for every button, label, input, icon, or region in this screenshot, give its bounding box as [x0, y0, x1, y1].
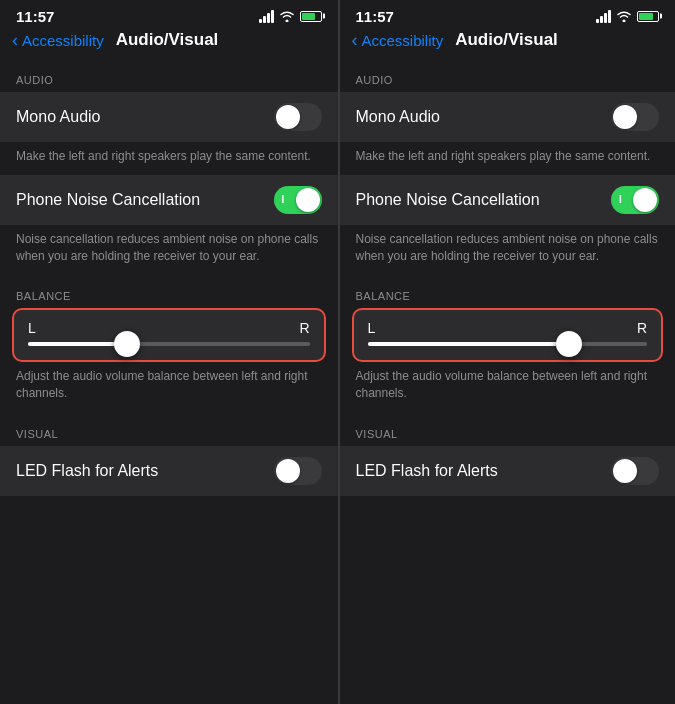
- content-right: AUDIO Mono Audio Make the left and right…: [340, 58, 676, 704]
- led-flash-label-right: LED Flash for Alerts: [356, 462, 498, 480]
- led-flash-toggle-right[interactable]: [611, 457, 659, 485]
- mono-audio-desc-left: Make the left and right speakers play th…: [0, 142, 338, 175]
- signal-icon-left: [259, 10, 274, 23]
- audio-section-header-left: AUDIO: [0, 58, 338, 92]
- mono-audio-label-right: Mono Audio: [356, 108, 441, 126]
- status-bar-right: 11:57: [340, 0, 676, 28]
- slider-fill-left-left: [28, 342, 127, 346]
- mono-audio-toggle-left[interactable]: [274, 103, 322, 131]
- status-time-left: 11:57: [16, 8, 54, 25]
- phone-noise-desc-right: Noise cancellation reduces ambient noise…: [340, 225, 676, 275]
- mono-audio-knob-right: [613, 105, 637, 129]
- slider-thumb-right[interactable]: [556, 331, 582, 357]
- visual-section-header-left: VISUAL: [0, 412, 338, 446]
- mono-audio-label-left: Mono Audio: [16, 108, 101, 126]
- balance-section-header-left: BALANCE: [0, 274, 338, 308]
- phone-noise-row-right[interactable]: Phone Noise Cancellation I: [340, 175, 676, 225]
- audio-section-header-right: AUDIO: [340, 58, 676, 92]
- back-button-right[interactable]: ‹ Accessibility: [352, 31, 444, 49]
- nav-bar-left: ‹ Accessibility Audio/Visual: [0, 28, 338, 58]
- led-flash-knob-left: [276, 459, 300, 483]
- balance-section-left: L R: [0, 308, 338, 362]
- balance-labels-left: L R: [28, 320, 310, 336]
- phone-panel-right: 11:57 ‹ Accessibility Audio/Visual: [338, 0, 676, 704]
- phone-noise-row-left[interactable]: Phone Noise Cancellation I: [0, 175, 338, 225]
- phone-noise-toggle-letter-right: I: [619, 194, 622, 205]
- signal-icon-right: [596, 10, 611, 23]
- led-flash-group-right: LED Flash for Alerts: [340, 446, 676, 496]
- phone-noise-label-left: Phone Noise Cancellation: [16, 191, 200, 209]
- balance-container-right: L R: [352, 308, 664, 362]
- wifi-icon-right: [616, 10, 632, 22]
- wifi-icon-left: [279, 10, 295, 22]
- slider-fill-left-right: [368, 342, 569, 346]
- balance-left-label-right: L: [368, 320, 376, 336]
- mono-audio-group-left: Mono Audio: [0, 92, 338, 142]
- phone-noise-group-left: Phone Noise Cancellation I: [0, 175, 338, 225]
- balance-slider-left[interactable]: [28, 342, 310, 346]
- status-icons-right: [596, 10, 659, 23]
- slider-fill-right-left: [127, 342, 310, 346]
- phone-noise-desc-left: Noise cancellation reduces ambient noise…: [0, 225, 338, 275]
- mono-audio-row-right[interactable]: Mono Audio: [340, 92, 676, 142]
- balance-desc-right: Adjust the audio volume balance between …: [340, 362, 676, 412]
- back-label-left: Accessibility: [22, 32, 104, 49]
- phone-noise-toggle-letter-left: I: [282, 194, 285, 205]
- mono-audio-toggle-right[interactable]: [611, 103, 659, 131]
- page-title-left: Audio/Visual: [116, 30, 219, 50]
- slider-thumb-left[interactable]: [114, 331, 140, 357]
- led-flash-toggle-left[interactable]: [274, 457, 322, 485]
- led-flash-group-left: LED Flash for Alerts: [0, 446, 338, 496]
- chevron-left-icon-right: ‹: [352, 31, 358, 49]
- battery-fill-right: [639, 13, 653, 20]
- back-label-right: Accessibility: [362, 32, 444, 49]
- status-bar-left: 11:57: [0, 0, 338, 28]
- phone-noise-toggle-left[interactable]: I: [274, 186, 322, 214]
- balance-right-label-right: R: [637, 320, 647, 336]
- phone-noise-group-right: Phone Noise Cancellation I: [340, 175, 676, 225]
- led-flash-label-left: LED Flash for Alerts: [16, 462, 158, 480]
- phone-noise-label-right: Phone Noise Cancellation: [356, 191, 540, 209]
- mono-audio-knob-left: [276, 105, 300, 129]
- page-title-right: Audio/Visual: [455, 30, 558, 50]
- balance-slider-right[interactable]: [368, 342, 648, 346]
- balance-right-label-left: R: [299, 320, 309, 336]
- chevron-left-icon-left: ‹: [12, 31, 18, 49]
- led-flash-knob-right: [613, 459, 637, 483]
- phone-panel-left: 11:57 ‹ Accessibility: [0, 0, 338, 704]
- status-time-right: 11:57: [356, 8, 394, 25]
- back-button-left[interactable]: ‹ Accessibility: [12, 31, 104, 49]
- balance-labels-right: L R: [368, 320, 648, 336]
- balance-desc-left: Adjust the audio volume balance between …: [0, 362, 338, 412]
- balance-section-right: L R: [340, 308, 676, 362]
- battery-fill-left: [302, 13, 316, 20]
- mono-audio-row-left[interactable]: Mono Audio: [0, 92, 338, 142]
- phone-noise-knob-left: [296, 188, 320, 212]
- mono-audio-desc-right: Make the left and right speakers play th…: [340, 142, 676, 175]
- phone-noise-knob-right: [633, 188, 657, 212]
- balance-left-label-left: L: [28, 320, 36, 336]
- nav-bar-right: ‹ Accessibility Audio/Visual: [340, 28, 676, 58]
- led-flash-row-right[interactable]: LED Flash for Alerts: [340, 446, 676, 496]
- visual-section-header-right: VISUAL: [340, 412, 676, 446]
- content-left: AUDIO Mono Audio Make the left and right…: [0, 58, 338, 704]
- battery-icon-right: [637, 11, 659, 22]
- status-icons-left: [259, 10, 322, 23]
- balance-container-left: L R: [12, 308, 326, 362]
- phone-noise-toggle-right[interactable]: I: [611, 186, 659, 214]
- led-flash-row-left[interactable]: LED Flash for Alerts: [0, 446, 338, 496]
- battery-icon-left: [300, 11, 322, 22]
- mono-audio-group-right: Mono Audio: [340, 92, 676, 142]
- balance-section-header-right: BALANCE: [340, 274, 676, 308]
